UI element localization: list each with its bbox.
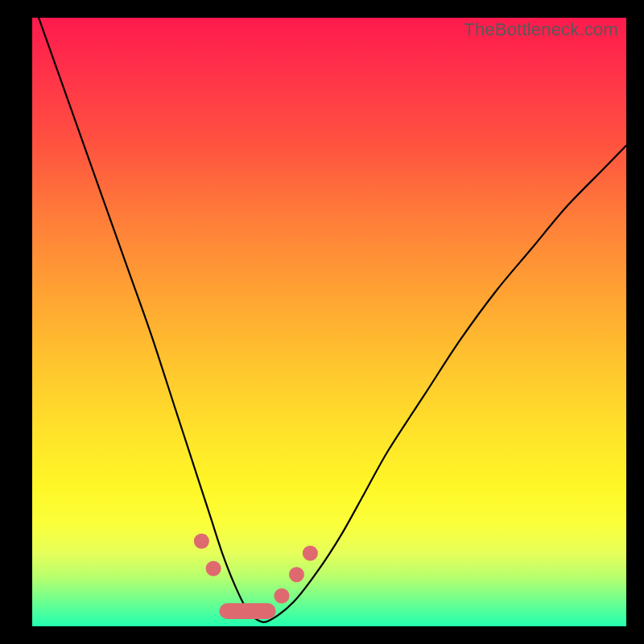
curve-marker bbox=[194, 534, 209, 549]
curve-marker bbox=[289, 567, 304, 582]
flat-bottom-segment bbox=[219, 603, 275, 619]
chart-svg bbox=[32, 18, 626, 626]
curve-marker bbox=[206, 561, 221, 576]
marker-group bbox=[194, 534, 318, 604]
curve-marker bbox=[274, 588, 289, 604]
chart-frame: TheBottleneck.com bbox=[0, 0, 644, 644]
curve-marker bbox=[303, 546, 318, 561]
plot-area: TheBottleneck.com bbox=[32, 18, 626, 626]
bottleneck-curve bbox=[32, 18, 626, 622]
